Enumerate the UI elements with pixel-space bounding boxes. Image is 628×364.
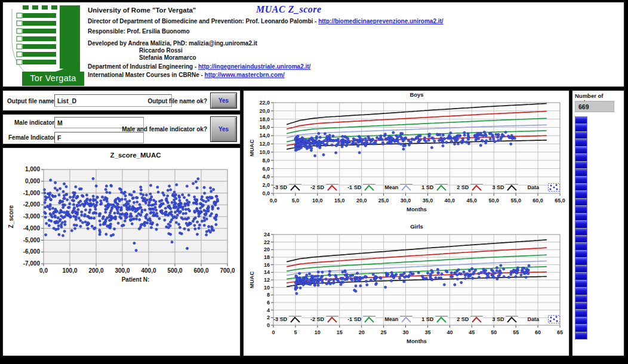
patient-array-element [575,214,587,221]
svg-text:5,0: 5,0 [292,198,300,203]
header-text-block: University of Rome "Tor Vergata" Directo… [88,7,422,81]
engineering-link[interactable]: http://ingegneriaindustriale.uniroma2.it… [198,63,310,70]
patient-array-element [575,288,587,295]
legend-curve-icon [400,316,412,323]
legend-item[interactable]: Mean [384,316,412,323]
output-file-ok-label: Output file name ok? [148,98,207,104]
legend-item[interactable]: 2 SD [457,184,483,192]
app-title: MUAC Z_score [256,4,322,15]
legend-data-icon[interactable] [548,315,560,323]
legend-item[interactable]: 3 SD [492,184,518,192]
mf-ok-label: Male and female indicator ok? [122,126,207,132]
svg-text:14,0: 14,0 [259,132,270,138]
patient-array-element [575,325,587,332]
patients-panel: Number of Patients 669 [571,90,625,357]
legend-item[interactable]: -1 SD [347,184,375,192]
plot-legend: -3 SD-2 SD-1 SDMean1 SD2 SD3 SDData [273,182,560,193]
svg-text:22: 22 [264,239,270,245]
patient-array-element [575,266,587,273]
svg-text:12,0: 12,0 [259,141,270,147]
svg-text:60: 60 [535,329,541,335]
svg-text:55: 55 [513,329,519,335]
growth-charts-box: Boys0,05,010,015,020,025,030,035,040,045… [242,90,570,357]
patient-array-element [575,191,587,198]
patient-array-element [575,243,587,250]
svg-text:-1,000: -1,000 [23,190,41,196]
svg-text:-6,000: -6,000 [23,248,41,255]
responsible-line: Responsible: Prof. Ersilia Buonomo [88,28,422,35]
legend-item[interactable]: 1 SD [421,316,448,323]
header-panel: Tor Vergata University of Rome "Tor Verg… [2,1,625,88]
svg-text:10,0: 10,0 [312,198,323,203]
patient-array-element [575,154,587,161]
legend-curve-icon [363,184,375,192]
svg-text:0: 0 [267,322,270,328]
legend-item[interactable]: 1 SD [421,184,448,192]
svg-text:15,0: 15,0 [334,198,345,203]
svg-text:0,000: 0,000 [25,178,40,184]
legend-item[interactable]: 3 SD [492,316,518,323]
svg-text:30,0: 30,0 [401,198,411,203]
girls-chart: Girls05101520253035404550556065024681012… [246,223,568,355]
legend-item[interactable]: Mean [384,184,412,192]
svg-text:MUAC: MUAC [248,272,255,289]
app-window: Tor Vergata University of Rome "Tor Verg… [0,0,628,364]
svg-text:Months: Months [407,338,427,344]
svg-text:35,0: 35,0 [423,198,433,203]
legend-item[interactable]: -1 SD [347,316,375,323]
svg-text:65,0: 65,0 [555,198,565,203]
legend-item[interactable]: -3 SD [273,316,301,323]
university-name: University of Rome "Tor Vergata" [88,7,422,14]
master-line: International Master Courses in CBRNe - … [88,72,422,78]
biomedicine-link[interactable]: http://biomedicinaeprevenzione.uniroma2.… [318,18,443,24]
svg-text:8,0: 8,0 [262,158,270,164]
patients-array [575,116,587,340]
svg-text:35: 35 [424,329,430,335]
svg-text:10,0: 10,0 [259,149,270,155]
legend-data-icon[interactable] [548,183,560,192]
output-file-ok-button[interactable]: Yes [210,92,237,109]
svg-text:50: 50 [491,329,497,335]
mastercbrn-link[interactable]: http://www.mastercbrn.com/ [205,72,285,78]
patient-array-element [575,295,587,303]
female-indicator-input[interactable] [54,132,144,143]
legend-item[interactable]: Data [527,184,539,190]
svg-text:2: 2 [267,314,270,320]
legend-item[interactable]: -2 SD [310,316,338,323]
patient-array-element [575,117,587,124]
legend-curve-icon [326,184,338,192]
svg-text:MUAC: MUAC [248,140,255,157]
patient-array-element [575,303,587,310]
patient-array-element [575,139,587,146]
plot-legend: -3 SD-2 SD-1 SDMean1 SD2 SD3 SDData [273,314,560,325]
svg-text:-5,000: -5,000 [23,237,41,243]
svg-text:0: 0 [272,329,275,335]
male-indicator-label: Male indicator [14,119,54,126]
legend-curve-icon [400,184,412,192]
legend-item[interactable]: Data [527,316,539,322]
legend-curve-icon [470,184,483,192]
svg-text:-2,000: -2,000 [23,201,41,208]
patient-array-element [575,147,587,154]
svg-text:20,0: 20,0 [259,108,270,114]
svg-text:30: 30 [403,329,409,335]
director-line: Director of Department of Biomedicine an… [88,18,422,24]
legend-item[interactable]: -2 SD [310,184,338,192]
svg-text:300,0: 300,0 [115,267,130,274]
patient-array-element [575,310,587,317]
svg-text:6: 6 [267,300,270,306]
legend-item[interactable]: 2 SD [457,316,483,323]
svg-text:200,0: 200,0 [88,267,103,274]
svg-text:20: 20 [359,329,365,335]
legend-curve-icon [506,316,518,323]
legend-curve-icon [506,184,518,192]
mf-ok-button[interactable]: Yes [210,116,237,142]
svg-text:-3,000: -3,000 [23,213,41,220]
patient-array-element [575,251,587,258]
svg-text:40,0: 40,0 [445,198,455,203]
svg-text:16,0: 16,0 [259,124,270,130]
department-line: Department of Industrial Engineering - h… [88,63,422,70]
svg-text:24: 24 [264,232,270,237]
legend-item[interactable]: -3 SD [273,184,301,192]
svg-text:25,0: 25,0 [378,198,389,203]
